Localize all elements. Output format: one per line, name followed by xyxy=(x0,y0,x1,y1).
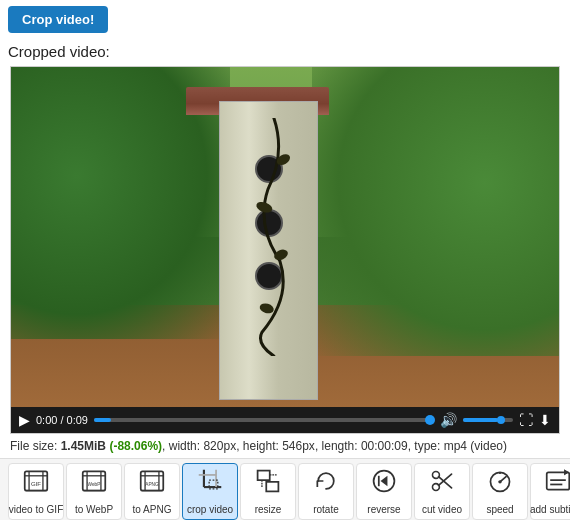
file-width: 820px xyxy=(203,439,236,453)
subtitles-icon xyxy=(545,468,570,502)
toolbar-label-webp: to WebP xyxy=(75,504,113,515)
play-button[interactable]: ▶ xyxy=(19,412,30,428)
toolbar-label-resize: resize xyxy=(255,504,282,515)
crop-video-button[interactable]: Crop video! xyxy=(8,6,108,33)
svg-rect-28 xyxy=(266,482,278,492)
svg-rect-10 xyxy=(83,471,106,490)
volume-thumb xyxy=(497,416,505,424)
toolbar-item-cut[interactable]: cut video xyxy=(414,463,470,520)
toolbar-item-crop[interactable]: crop video xyxy=(182,463,238,520)
download-button[interactable]: ⬇ xyxy=(539,412,551,428)
toolbar-item-gif[interactable]: GIF video to GIF xyxy=(8,463,64,520)
toolbar-label-crop: crop video xyxy=(187,504,233,515)
file-height: 546px xyxy=(282,439,315,453)
toolbar-item-resize[interactable]: resize xyxy=(240,463,296,520)
scene-leaves-right xyxy=(312,67,559,356)
section-title: Cropped video: xyxy=(0,39,570,66)
video-scene xyxy=(11,67,559,407)
tools-toolbar: GIF video to GIF WebP to WebP APNG to AP… xyxy=(0,458,570,520)
speed-icon xyxy=(487,468,513,502)
toolbar-label-reverse: reverse xyxy=(367,504,400,515)
svg-text:GIF: GIF xyxy=(31,481,41,487)
volume-icon[interactable]: 🔊 xyxy=(440,412,457,428)
svg-line-36 xyxy=(439,474,452,485)
svg-text:WebP: WebP xyxy=(88,482,101,487)
file-info: File size: 1.45MiB (-88.06%), width: 820… xyxy=(0,434,570,458)
file-type: mp4 (video) xyxy=(444,439,507,453)
toolbar-item-rotate[interactable]: rotate xyxy=(298,463,354,520)
progress-fill xyxy=(94,418,111,422)
scene-vine xyxy=(241,118,307,356)
video-controls-bar: ▶ 0:00 / 0:09 🔊 ⛶ ⬇ xyxy=(11,407,559,433)
progress-bar[interactable] xyxy=(94,418,434,422)
rotate-icon xyxy=(313,468,339,502)
toolbar-item-speed[interactable]: speed xyxy=(472,463,528,520)
toolbar-label-apng: to APNG xyxy=(133,504,172,515)
video-container: ▶ 0:00 / 0:09 🔊 ⛶ ⬇ xyxy=(10,66,560,434)
volume-fill xyxy=(463,418,498,422)
reverse-icon xyxy=(371,468,397,502)
file-reduction: (-88.06%) xyxy=(109,439,162,453)
svg-marker-32 xyxy=(381,476,388,486)
resize-icon xyxy=(255,468,281,502)
svg-rect-16 xyxy=(141,471,164,490)
time-display: 0:00 / 0:09 xyxy=(36,414,88,426)
apng-icon: APNG xyxy=(139,468,165,502)
toolbar-label-gif: video to GIF xyxy=(9,504,63,515)
svg-line-37 xyxy=(439,477,452,488)
toolbar-label-subtitles: add subtitles xyxy=(530,504,570,515)
svg-rect-27 xyxy=(258,471,270,481)
file-size: 1.45MiB xyxy=(61,439,106,453)
top-bar: Crop video! xyxy=(0,0,570,39)
volume-bar[interactable] xyxy=(463,418,513,422)
toolbar-item-reverse[interactable]: reverse xyxy=(356,463,412,520)
progress-thumb xyxy=(425,415,435,425)
svg-point-41 xyxy=(498,480,501,483)
toolbar-item-subtitles[interactable]: add subtitles xyxy=(530,463,570,520)
toolbar-item-webp[interactable]: WebP to WebP xyxy=(66,463,122,520)
toolbar-label-speed: speed xyxy=(486,504,513,515)
gif-icon: GIF xyxy=(23,468,49,502)
toolbar-label-rotate: rotate xyxy=(313,504,339,515)
crop-icon xyxy=(197,468,223,502)
fullscreen-button[interactable]: ⛶ xyxy=(519,412,533,428)
svg-text:APNG: APNG xyxy=(145,482,159,487)
toolbar-item-apng[interactable]: APNG to APNG xyxy=(124,463,180,520)
file-length: 00:00:09 xyxy=(361,439,408,453)
svg-point-3 xyxy=(259,302,275,315)
cut-icon xyxy=(429,468,455,502)
video-display xyxy=(11,67,559,407)
webp-icon: WebP xyxy=(81,468,107,502)
toolbar-label-cut: cut video xyxy=(422,504,462,515)
